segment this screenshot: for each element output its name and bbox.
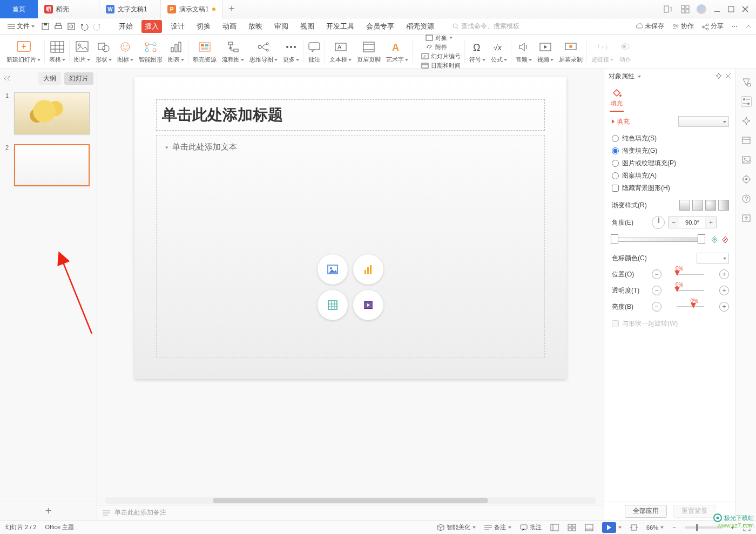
- radio-picture-fill[interactable]: 图片或纹理填充(P): [612, 157, 729, 170]
- title-placeholder[interactable]: 单击此处添加标题: [156, 99, 545, 131]
- view-normal-icon[interactable]: [550, 524, 559, 531]
- status-comments[interactable]: 批注: [520, 523, 542, 531]
- slide-thumb-1[interactable]: 1: [5, 92, 91, 134]
- add-stop-icon[interactable]: [711, 235, 718, 247]
- gradient-stops-slider[interactable]: [612, 234, 704, 247]
- redo-icon[interactable]: [93, 22, 102, 31]
- tab-slideshow[interactable]: 放映: [245, 20, 266, 33]
- tab-add[interactable]: +: [222, 0, 241, 18]
- brightness-slider[interactable]: 0%: [665, 301, 716, 312]
- zoom-level[interactable]: 66%: [646, 524, 664, 531]
- angle-input[interactable]: −90.0°+: [668, 217, 717, 228]
- slide-thumb-2[interactable]: 2: [5, 144, 91, 186]
- new-slide-button[interactable]: 新建幻灯片: [6, 39, 40, 64]
- tab-developer[interactable]: 开发工具: [323, 20, 357, 33]
- chart-button[interactable]: 图表: [168, 39, 184, 64]
- save-icon[interactable]: [41, 22, 50, 31]
- tab-outline[interactable]: 大纲: [38, 72, 61, 85]
- formula-button[interactable]: √x公式: [491, 39, 507, 64]
- notes-bar[interactable]: 单击此处添加备注: [97, 505, 604, 520]
- radio-solid-fill[interactable]: 纯色填充(S): [612, 132, 729, 145]
- content-placeholder[interactable]: 单击此处添加文本: [156, 135, 545, 357]
- tab-ppt[interactable]: P演示文稿1: [161, 0, 222, 18]
- tab-review[interactable]: 审阅: [271, 20, 292, 33]
- shape-button[interactable]: 形状: [96, 39, 112, 64]
- mindmap-button[interactable]: 思维导图: [249, 39, 278, 64]
- transparency-slider[interactable]: 0%: [665, 285, 716, 296]
- tab-docker[interactable]: 稻稻壳: [38, 0, 99, 18]
- wordart-button[interactable]: A艺术字: [386, 39, 408, 64]
- add-slide-button[interactable]: +: [0, 502, 97, 520]
- attachment-button[interactable]: 附件: [426, 43, 453, 51]
- grid-icon[interactable]: [681, 5, 689, 13]
- checkbox-hide-bg[interactable]: 隐藏背景图形(H): [612, 182, 729, 194]
- share-button[interactable]: 分享: [701, 22, 724, 31]
- more-menu[interactable]: ⋯: [731, 23, 738, 30]
- insert-table-icon[interactable]: [318, 290, 348, 320]
- textbox-button[interactable]: A文本框: [329, 39, 352, 64]
- unsaved-button[interactable]: 未保存: [636, 22, 664, 31]
- tab-start[interactable]: 开始: [116, 20, 136, 33]
- tab-transition[interactable]: 切换: [193, 20, 214, 33]
- print-preview-icon[interactable]: [67, 22, 76, 31]
- side-help-icon[interactable]: ?: [741, 193, 752, 204]
- gradient-style-swatches[interactable]: [679, 200, 729, 211]
- tab-insert[interactable]: 插入: [141, 20, 162, 33]
- close-icon[interactable]: [742, 6, 748, 12]
- file-menu[interactable]: 文件: [4, 22, 38, 31]
- comment-button[interactable]: 批注: [308, 39, 321, 64]
- video-button[interactable]: 视频: [537, 39, 554, 64]
- maximize-icon[interactable]: [728, 6, 734, 12]
- tab-view[interactable]: 视图: [297, 20, 318, 33]
- radio-pattern-fill[interactable]: 图案填充(A): [612, 170, 729, 182]
- position-slider[interactable]: 0%: [665, 269, 716, 280]
- side-style-icon[interactable]: [741, 77, 752, 87]
- coop-button[interactable]: 协作: [672, 22, 694, 31]
- collapse-ribbon-icon[interactable]: [745, 23, 752, 30]
- trans-plus[interactable]: +: [719, 286, 729, 295]
- apply-all-button[interactable]: 全部应用: [625, 505, 667, 518]
- bright-minus[interactable]: −: [652, 302, 662, 312]
- tab-docker-res[interactable]: 稻壳资源: [403, 20, 437, 33]
- trans-minus[interactable]: −: [652, 286, 662, 295]
- symbol-button[interactable]: Ω符号: [469, 39, 485, 64]
- zoom-out[interactable]: −: [672, 524, 676, 531]
- bright-plus[interactable]: +: [719, 302, 729, 312]
- insert-chart-icon[interactable]: [353, 254, 383, 285]
- pos-plus[interactable]: +: [719, 269, 729, 279]
- side-export-icon[interactable]: [741, 213, 752, 224]
- slide-number-button[interactable]: #幻灯片编号: [421, 52, 461, 60]
- tab-member[interactable]: 会员专享: [363, 20, 397, 33]
- insert-media-icon[interactable]: [353, 290, 383, 320]
- side-template-icon[interactable]: [741, 135, 752, 146]
- docker-resource-button[interactable]: 稻壳资源: [193, 39, 217, 64]
- status-beautify[interactable]: 智能美化: [437, 523, 476, 531]
- tab-design[interactable]: 设计: [167, 20, 188, 33]
- tab-word[interactable]: W文字文稿1: [99, 0, 161, 18]
- datetime-button[interactable]: 日期和时间: [421, 62, 461, 70]
- zoom-fit-icon[interactable]: [630, 524, 638, 531]
- undo-icon[interactable]: [80, 22, 89, 31]
- side-location-icon[interactable]: [741, 174, 752, 185]
- side-sparkle-icon[interactable]: [741, 116, 752, 126]
- radio-gradient-fill[interactable]: 渐变填充(G): [612, 145, 729, 157]
- play-button[interactable]: [602, 522, 622, 533]
- print-direct-icon[interactable]: [54, 22, 63, 31]
- command-search[interactable]: 查找命令、搜索模板: [447, 21, 525, 32]
- image-button[interactable]: 图片: [74, 39, 90, 64]
- fill-tab[interactable]: 填充: [610, 89, 624, 112]
- fill-preset-dropdown[interactable]: [678, 116, 729, 127]
- remove-stop-icon[interactable]: [721, 235, 729, 247]
- header-footer-button[interactable]: 页眉页脚: [357, 39, 381, 64]
- audio-button[interactable]: 音频: [516, 39, 532, 64]
- minimize-icon[interactable]: [714, 6, 720, 12]
- smartart-button[interactable]: 智能图形: [139, 39, 163, 64]
- close-panel-icon[interactable]: [725, 73, 731, 80]
- view-reading-icon[interactable]: [585, 524, 593, 531]
- box-icon[interactable]: 1: [664, 5, 674, 13]
- tab-home[interactable]: 首页: [0, 0, 38, 18]
- tab-slides[interactable]: 幻灯片: [64, 72, 93, 85]
- more-button[interactable]: 更多: [283, 39, 299, 64]
- tab-animation[interactable]: 动画: [219, 20, 240, 33]
- angle-dial[interactable]: [652, 216, 665, 229]
